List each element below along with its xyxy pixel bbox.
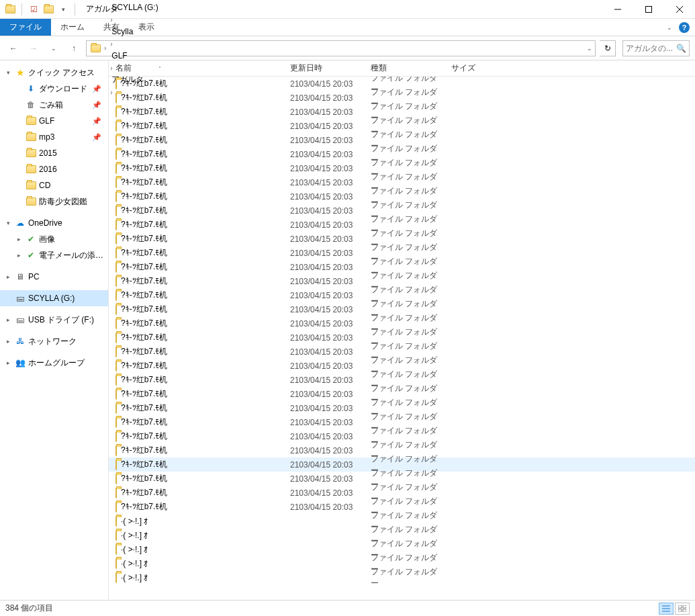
file-name: ·( >·!.] ｵ bbox=[121, 531, 148, 540]
back-button[interactable]: ← bbox=[5, 40, 21, 56]
history-dropdown[interactable]: ⌄ bbox=[46, 40, 62, 56]
sidebar-item[interactable]: mp3📌 bbox=[0, 129, 108, 145]
tree-onedrive[interactable]: ▾☁ OneDrive bbox=[0, 215, 108, 231]
file-name: ?ｷ-ﾂ红b7.ﾓ机 bbox=[121, 487, 167, 498]
addressbar-folder-icon bbox=[89, 42, 101, 54]
column-size[interactable]: サイズ bbox=[445, 62, 498, 74]
file-name: ?ｷ-ﾂ红b7.ﾓ机 bbox=[121, 247, 167, 259]
sidebar-item[interactable]: ▸✔電子メールの添付ファ bbox=[0, 247, 108, 263]
column-headers: 名前˄ 更新日時 種類 サイズ bbox=[109, 60, 695, 77]
folder-icon bbox=[26, 132, 36, 142]
folder-icon bbox=[115, 474, 117, 484]
file-name: ?ｷ-ﾂ红b7.ﾓ机 bbox=[121, 261, 167, 273]
chevron-right-icon[interactable]: › bbox=[109, 16, 113, 24]
file-date: 2103/04/15 20:03 bbox=[283, 107, 364, 117]
folder-icon bbox=[115, 446, 117, 455]
file-date: 2103/04/15 20:03 bbox=[283, 79, 364, 89]
minimize-button[interactable] bbox=[602, 0, 633, 19]
folder-icon bbox=[26, 180, 36, 191]
file-name: ?ｷ-ﾂ红b7.ﾓ机 bbox=[121, 275, 167, 287]
column-name[interactable]: 名前˄ bbox=[109, 62, 283, 74]
sidebar-item[interactable]: ⬇ダウンロード📌 bbox=[0, 81, 108, 97]
sidebar-item[interactable]: CD bbox=[0, 177, 108, 193]
file-date: 2103/04/15 20:03 bbox=[283, 474, 364, 484]
icons-view-button[interactable] bbox=[675, 603, 690, 615]
breadcrumb-segment[interactable]: Scylla bbox=[109, 24, 160, 39]
file-name: ?ｷ-ﾂ红b7.ﾓ机 bbox=[121, 148, 167, 160]
folder-icon bbox=[115, 319, 117, 328]
address-bar[interactable]: › SCYLLA (G:)›Scylla›GLF›アガルタ› ⌄ bbox=[86, 40, 596, 56]
up-button[interactable]: ↑ bbox=[66, 40, 82, 56]
details-view-button[interactable] bbox=[659, 603, 674, 615]
folder-icon bbox=[115, 460, 117, 470]
sidebar-item[interactable]: 2016 bbox=[0, 161, 108, 177]
maximize-button[interactable] bbox=[633, 0, 664, 19]
qat-customize-icon[interactable]: ▾ bbox=[57, 3, 69, 15]
file-date: 2103/04/15 20:03 bbox=[283, 150, 364, 159]
tree-quick-access[interactable]: ▾★ クイック アクセス bbox=[0, 64, 108, 81]
pin-icon: 📌 bbox=[92, 101, 108, 109]
folder-icon bbox=[115, 333, 117, 343]
sidebar-item[interactable]: GLF📌 bbox=[0, 113, 108, 129]
tab-home[interactable]: ホーム bbox=[51, 19, 94, 36]
file-date: 2103/04/15 20:03 bbox=[283, 347, 364, 357]
file-date: 2103/04/15 20:03 bbox=[283, 432, 364, 441]
folder-icon bbox=[115, 305, 117, 314]
tree-usb-drive[interactable]: ▸🖴 USB ドライブ (F:) bbox=[0, 312, 108, 328]
close-button[interactable] bbox=[664, 0, 695, 19]
qat-properties-icon[interactable]: ☑ bbox=[28, 3, 40, 15]
sidebar-item[interactable]: ▸✔画像 bbox=[0, 231, 108, 247]
file-list[interactable]: ?ｷ-ﾂ红b7.ﾓ机2103/04/15 20:03ファイル フォルダー?ｷ-ﾂ… bbox=[109, 77, 695, 600]
sync-folder-icon: ✔ bbox=[26, 250, 36, 261]
file-date: 2103/04/15 20:03 bbox=[283, 136, 364, 145]
sidebar-item[interactable]: 防毒少女図鑑 bbox=[0, 193, 108, 210]
tree-network[interactable]: ▸🖧 ネットワーク bbox=[0, 333, 108, 349]
titlebar: ☑ ▾ アガルタ bbox=[0, 0, 695, 19]
chevron-right-icon[interactable]: › bbox=[103, 44, 107, 52]
file-name: ?ｷ-ﾂ红b7.ﾓ机 bbox=[121, 473, 167, 484]
tree-scylla-drive[interactable]: 🖴 SCYLLA (G:) bbox=[0, 290, 108, 306]
qat-newfolder-icon[interactable] bbox=[42, 3, 54, 15]
search-icon[interactable]: 🔍 bbox=[676, 44, 686, 53]
tree-pc[interactable]: ▸🖥 PC bbox=[0, 269, 108, 285]
file-date: 2103/04/15 20:03 bbox=[283, 249, 364, 258]
item-count: 384 個の項目 bbox=[5, 603, 53, 614]
file-date: 2103/04/15 20:03 bbox=[283, 404, 364, 413]
tab-file[interactable]: ファイル bbox=[0, 19, 51, 36]
refresh-button[interactable]: ↻ bbox=[600, 40, 616, 56]
file-date: 2103/04/15 20:03 bbox=[283, 488, 364, 498]
pin-icon: 📌 bbox=[92, 85, 108, 93]
folder-icon bbox=[26, 196, 36, 207]
column-date[interactable]: 更新日時 bbox=[283, 62, 364, 74]
sidebar-item[interactable]: 🗑ごみ箱📌 bbox=[0, 97, 108, 113]
table-row[interactable]: ·( >·!.] ｵファイル フォルダー bbox=[109, 570, 695, 584]
help-icon[interactable]: ? bbox=[679, 22, 690, 33]
breadcrumb-segment[interactable]: SCYLLA (G:) bbox=[109, 0, 160, 15]
folder-icon bbox=[115, 291, 117, 300]
folder-icon bbox=[115, 418, 117, 427]
address-dropdown-icon[interactable]: ⌄ bbox=[587, 45, 592, 52]
search-box[interactable]: 🔍 bbox=[622, 40, 690, 56]
file-name: ·( >·!.] ｵ bbox=[121, 573, 148, 582]
tree-homegroup[interactable]: ▸👥 ホームグループ bbox=[0, 355, 108, 371]
file-name: ?ｷ-ﾂ红b7.ﾓ机 bbox=[121, 416, 167, 428]
file-type: ファイル フォルダー bbox=[364, 566, 445, 589]
folder-icon bbox=[115, 150, 117, 159]
file-name: ?ｷ-ﾂ红b7.ﾓ机 bbox=[121, 120, 167, 132]
chevron-right-icon[interactable]: › bbox=[109, 40, 113, 48]
folder-icon bbox=[26, 116, 36, 126]
forward-button[interactable]: → bbox=[26, 40, 42, 56]
recycle-icon: 🗑 bbox=[26, 99, 36, 110]
search-input[interactable] bbox=[626, 44, 676, 53]
file-date: 2103/04/15 20:03 bbox=[283, 192, 364, 202]
sidebar-item[interactable]: 2015 bbox=[0, 145, 108, 161]
folder-icon bbox=[115, 249, 117, 258]
folder-icon bbox=[115, 432, 117, 441]
ribbon-expand-icon[interactable]: ⌄ bbox=[667, 24, 672, 31]
cloud-icon: ☁ bbox=[15, 218, 26, 228]
svg-rect-1 bbox=[646, 6, 652, 12]
column-type[interactable]: 種類 bbox=[364, 62, 445, 74]
file-name: ?ｷ-ﾂ红b7.ﾓ机 bbox=[121, 332, 167, 343]
folder-icon bbox=[115, 404, 117, 413]
folder-icon bbox=[115, 502, 117, 512]
